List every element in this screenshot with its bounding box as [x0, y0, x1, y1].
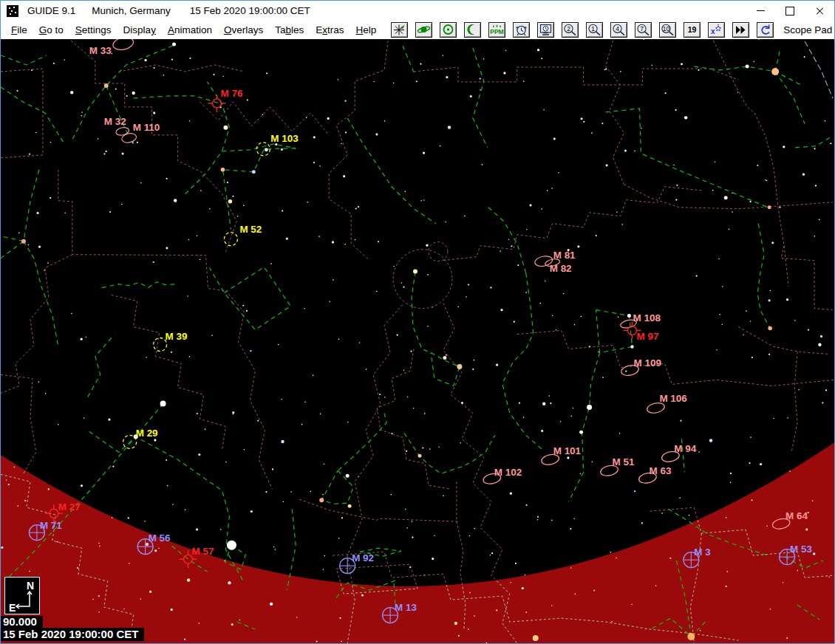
bright-star [533, 635, 539, 641]
menu-display[interactable]: Display [117, 22, 162, 38]
menu-help[interactable]: Help [350, 22, 383, 38]
bright-star [579, 431, 583, 434]
messier-m29[interactable]: M 29 [123, 428, 158, 448]
real-time-button[interactable] [537, 22, 554, 38]
messier-label: M 53 [790, 544, 812, 555]
messier-m102[interactable]: M 102 [483, 467, 522, 485]
bright-star [768, 326, 772, 331]
messier-label: M 63 [649, 465, 671, 476]
messier-label: M 76 [220, 88, 242, 99]
guide-window: GUIDE 9.1 Munich, Germany 15 Feb 2020 19… [0, 0, 835, 644]
bright-star [348, 504, 352, 508]
messier-label: M 51 [613, 456, 635, 467]
bright-star [228, 199, 233, 204]
bright-star [104, 83, 109, 88]
bright-star [319, 498, 324, 502]
real-time-icon [539, 24, 553, 36]
svg-text:x: x [711, 27, 715, 35]
ppm-stars-icon: PPM [490, 24, 504, 36]
messier-m76[interactable]: M 76 [208, 88, 243, 112]
menu-go-to[interactable]: Go to [33, 22, 69, 38]
zoom-7-button[interactable]: 7 [635, 22, 652, 38]
window-controls [746, 1, 834, 21]
zoom-1-icon: 1 [587, 24, 601, 36]
menu-overlays[interactable]: Overlays [218, 22, 269, 38]
zoom-4-button[interactable]: 4 [610, 22, 627, 38]
bright-star [687, 633, 695, 640]
messier-m51[interactable]: M 51 [599, 456, 635, 477]
fov-readout[interactable]: 90.000 [1, 616, 43, 628]
title-location: Munich, Germany [92, 5, 171, 16]
messier-m32[interactable]: M 32 [104, 116, 130, 136]
bright-star [265, 148, 268, 151]
moon-button[interactable] [464, 22, 481, 38]
zoom-10-icon: 10 [661, 24, 675, 36]
bright-star [443, 356, 446, 360]
maximize-icon [785, 7, 794, 16]
datetime-readout[interactable]: 15 Feb 2020 19:00:00 CET [1, 628, 144, 641]
moon-icon [466, 24, 480, 36]
ppm-stars-button[interactable]: PPM [488, 22, 505, 38]
app-title: GUIDE 9.1 [27, 5, 75, 16]
messier-m101[interactable]: M 101 [541, 445, 582, 466]
messier-m106[interactable]: M 106 [646, 393, 686, 414]
bright-star [172, 42, 176, 46]
messier-label: M 27 [58, 501, 81, 513]
messier-label: M 64 [785, 510, 808, 521]
level-19-button[interactable]: 19 [684, 22, 701, 38]
svg-text:10: 10 [663, 25, 670, 32]
svg-text:4: 4 [616, 25, 619, 32]
bright-star [418, 454, 421, 458]
messier-m92[interactable]: M 92 [340, 552, 374, 574]
messier-m63[interactable]: M 63 [638, 465, 671, 484]
bright-star [227, 541, 236, 550]
messier-label: M 39 [166, 331, 188, 342]
open-cluster-symbol [224, 233, 237, 246]
planetary-nebula-symbol [212, 99, 221, 108]
messier-m94[interactable]: M 94 [661, 443, 697, 463]
go-to-object-button[interactable] [391, 22, 408, 38]
menu-animation[interactable]: Animation [162, 22, 218, 38]
star-display-button[interactable]: x [708, 22, 725, 38]
planets-button[interactable] [415, 22, 432, 38]
bright-star [252, 170, 256, 174]
undo-button[interactable] [757, 22, 774, 38]
messier-label: M 106 [659, 393, 686, 404]
zoom-2-icon: 2 [563, 24, 577, 36]
bright-star [627, 314, 631, 318]
messier-m52[interactable]: M 52 [224, 224, 262, 245]
sun-button[interactable] [440, 22, 457, 38]
bright-star [223, 126, 228, 130]
bright-star [21, 239, 26, 244]
messier-m97[interactable]: M 97 [624, 322, 659, 343]
zoom-1-button[interactable]: 1 [586, 22, 603, 38]
scope-pad-label[interactable]: Scope Pad [783, 24, 832, 35]
messier-label: M 56 [149, 532, 171, 544]
messier-label: M 92 [352, 552, 374, 564]
bright-star [346, 474, 350, 478]
messier-label: M 32 [104, 116, 126, 127]
minimize-button[interactable] [746, 1, 775, 21]
set-time-button[interactable] [513, 22, 530, 38]
close-button[interactable] [805, 1, 834, 21]
galaxy-symbol [112, 39, 134, 52]
menu-settings[interactable]: Settings [69, 22, 117, 38]
maximize-button[interactable] [775, 1, 805, 21]
compass-north-label: N [27, 580, 34, 592]
menu-extras[interactable]: Extras [310, 22, 350, 38]
svg-text:PPM: PPM [491, 28, 504, 35]
zoom-10-button[interactable]: 10 [659, 22, 676, 38]
fast-forward-button[interactable] [732, 22, 749, 38]
zoom-2-button[interactable]: 2 [562, 22, 579, 38]
close-icon [815, 7, 824, 16]
bright-star [413, 270, 418, 274]
menu-tables[interactable]: Tables [269, 22, 310, 38]
app-icon[interactable] [7, 5, 18, 17]
messier-label: M 57 [192, 546, 214, 557]
menu-file[interactable]: File [5, 22, 33, 38]
messier-m108[interactable]: M 108 [620, 312, 661, 329]
messier-m39[interactable]: M 39 [154, 331, 188, 351]
sky-map[interactable]: M 33M 76M 32M 110M 103M 52M 81M 82M 39M … [1, 39, 834, 643]
galaxy-symbol [115, 126, 130, 137]
bright-star [771, 68, 779, 75]
